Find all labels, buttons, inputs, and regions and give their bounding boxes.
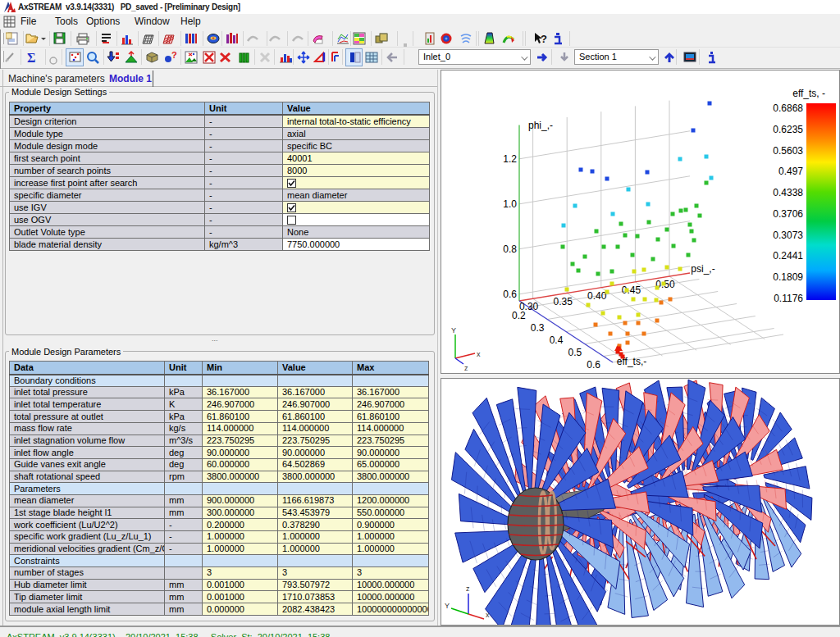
svg-text:0.6235: 0.6235: [773, 124, 803, 135]
svg-text:0.8: 0.8: [503, 243, 517, 255]
svg-text:0.3706: 0.3706: [773, 208, 803, 220]
svg-text:1.2: 1.2: [503, 153, 517, 165]
svg-text:0.6868: 0.6868: [773, 102, 803, 114]
svg-text:Y: Y: [451, 326, 456, 334]
svg-text:z: z: [464, 364, 468, 372]
svg-text:0.40: 0.40: [587, 290, 607, 302]
svg-text:0.1176: 0.1176: [774, 293, 803, 304]
svg-text:0.6: 0.6: [587, 359, 600, 371]
svg-text:0.5: 0.5: [568, 347, 582, 358]
svg-text:eff_ts, -: eff_ts, -: [792, 88, 825, 99]
svg-text:phi_,-: phi_,-: [528, 120, 553, 131]
svg-text:0.4338: 0.4338: [773, 187, 803, 198]
svg-text:0.4: 0.4: [550, 334, 564, 346]
svg-text:?: ?: [171, 51, 177, 60]
svg-text:0.3073: 0.3073: [773, 230, 803, 241]
svg-text:x: x: [477, 350, 481, 358]
svg-text:0.497: 0.497: [778, 166, 803, 177]
svg-text:0.5603: 0.5603: [773, 145, 803, 157]
svg-text:1.0: 1.0: [503, 198, 517, 210]
svg-text:psi_,-: psi_,-: [691, 263, 714, 275]
svg-text:Y: Y: [445, 602, 450, 610]
svg-text:0.2: 0.2: [512, 310, 526, 321]
svg-text:0.2441: 0.2441: [773, 250, 803, 262]
svg-text:x: x: [486, 611, 490, 619]
svg-text:Σ: Σ: [27, 51, 35, 64]
svg-text:0.35: 0.35: [554, 296, 573, 307]
svg-text:z: z: [466, 585, 470, 593]
svg-text:?: ?: [541, 33, 547, 45]
svg-text:0.6: 0.6: [503, 289, 517, 300]
svg-text:0.3: 0.3: [531, 322, 545, 334]
svg-text:0.45: 0.45: [622, 284, 641, 296]
svg-text:0.1809: 0.1809: [773, 271, 803, 283]
